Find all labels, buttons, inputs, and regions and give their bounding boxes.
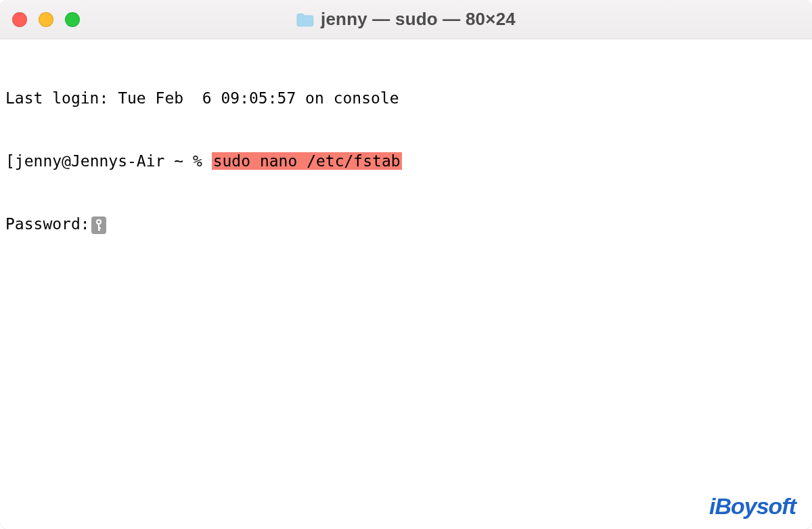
- title-center: jenny — sudo — 80×24: [0, 9, 812, 30]
- key-icon: [91, 216, 106, 234]
- terminal-window: jenny — sudo — 80×24 Last login: Tue Feb…: [0, 0, 812, 529]
- prompt-bracket: [: [5, 152, 15, 170]
- watermark: iBoysoft: [709, 493, 796, 520]
- traffic-lights: [12, 12, 80, 27]
- last-login-line: Last login: Tue Feb 6 09:05:57 on consol…: [5, 88, 807, 109]
- password-line: Password:: [5, 214, 807, 235]
- svg-point-0: [97, 220, 101, 224]
- maximize-button[interactable]: [65, 12, 80, 27]
- close-button[interactable]: [12, 12, 27, 27]
- window-title: jenny — sudo — 80×24: [321, 9, 516, 30]
- svg-rect-2: [98, 227, 101, 229]
- command-highlight: sudo nano /etc/fstab: [212, 152, 402, 170]
- prompt-line: [jenny@Jennys-Air ~ % sudo nano /etc/fst…: [5, 151, 807, 172]
- svg-rect-1: [98, 224, 99, 230]
- svg-rect-3: [98, 229, 100, 231]
- password-label: Password:: [5, 215, 90, 233]
- window-titlebar[interactable]: jenny — sudo — 80×24: [0, 0, 812, 39]
- shell-prompt: jenny@Jennys-Air ~ %: [15, 152, 212, 170]
- minimize-button[interactable]: [39, 12, 53, 27]
- terminal-body[interactable]: Last login: Tue Feb 6 09:05:57 on consol…: [0, 39, 812, 283]
- folder-icon: [296, 12, 314, 27]
